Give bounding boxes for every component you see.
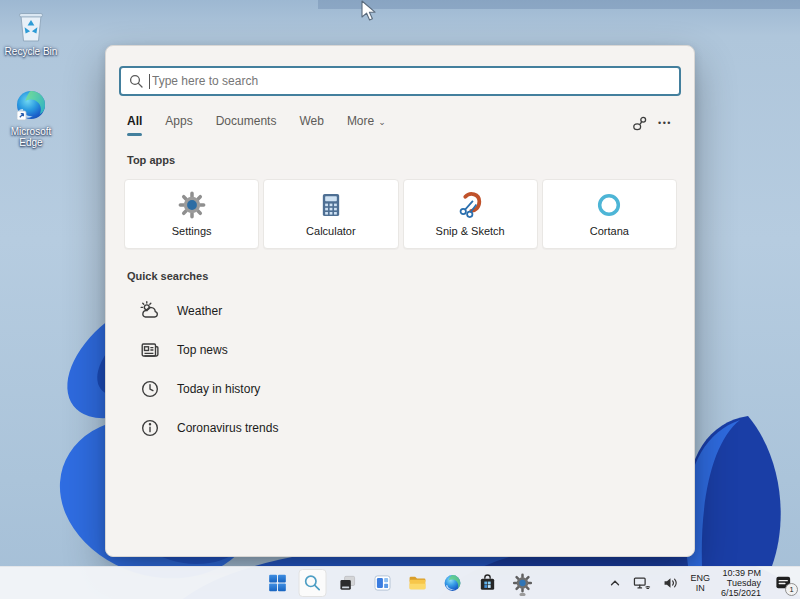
speaker-icon xyxy=(662,575,679,591)
file-explorer-button[interactable] xyxy=(404,569,432,597)
tab-documents[interactable]: Documents xyxy=(216,110,277,136)
quick-search-label: Top news xyxy=(177,343,228,357)
task-view-button[interactable] xyxy=(334,569,362,597)
taskbar: ENG IN 10:39 PM Tuesday 6/15/2021 1 xyxy=(0,566,800,599)
notification-badge: 1 xyxy=(785,583,798,596)
app-card-label: Settings xyxy=(172,225,212,237)
desktop-icon-recycle-bin[interactable]: Recycle Bin xyxy=(0,8,62,57)
desktop: Recycle Bin Microsoft Edge xyxy=(0,0,800,599)
edge-browser-icon xyxy=(443,573,463,593)
app-card-label: Calculator xyxy=(306,225,356,237)
cortana-icon xyxy=(595,191,623,219)
app-card-label: Cortana xyxy=(590,225,629,237)
tab-web[interactable]: Web xyxy=(299,110,323,136)
microsoft-store-icon xyxy=(478,573,498,593)
quick-search-label: Today in history xyxy=(177,382,260,396)
quick-search-weather[interactable]: Weather xyxy=(127,291,674,330)
top-apps-cards: Settings Calculator xyxy=(124,179,677,249)
news-icon xyxy=(139,339,161,361)
quick-search-top-news[interactable]: Top news xyxy=(127,330,674,369)
sign-in-options-button[interactable] xyxy=(626,112,652,134)
start-button[interactable] xyxy=(264,569,292,597)
network-icon xyxy=(633,575,651,591)
quick-searches-list: Weather Top news xyxy=(127,291,674,447)
taskbar-settings-button[interactable] xyxy=(509,569,537,597)
search-flyout-panel: All Apps Documents Web More⌄ ••• Top app… xyxy=(105,45,695,557)
volume-button[interactable] xyxy=(660,569,681,597)
widgets-button[interactable] xyxy=(369,569,397,597)
weather-icon xyxy=(139,300,161,322)
info-icon xyxy=(139,417,161,439)
notification-center-button[interactable]: 1 xyxy=(770,570,796,596)
tab-apps[interactable]: Apps xyxy=(165,110,192,136)
quick-searches-title: Quick searches xyxy=(127,270,208,282)
quick-search-today-in-history[interactable]: Today in history xyxy=(127,369,674,408)
top-apps-title: Top apps xyxy=(127,154,175,166)
search-input[interactable] xyxy=(152,74,671,88)
top-shade-band xyxy=(318,0,800,9)
calculator-icon xyxy=(317,191,345,219)
more-options-button[interactable]: ••• xyxy=(652,112,678,134)
edge-browser-button[interactable] xyxy=(439,569,467,597)
clock-date: 6/15/2021 xyxy=(721,588,761,598)
microsoft-store-button[interactable] xyxy=(474,569,502,597)
network-button[interactable] xyxy=(631,569,653,597)
taskbar-center-buttons xyxy=(264,567,537,599)
search-icon xyxy=(303,573,323,593)
gear-icon xyxy=(513,573,533,593)
search-icon xyxy=(129,74,143,88)
tab-all[interactable]: All xyxy=(127,110,142,136)
language-switcher[interactable]: ENG IN xyxy=(688,569,712,597)
sign-in-options-icon xyxy=(631,115,648,132)
quick-search-coronavirus-trends[interactable]: Coronavirus trends xyxy=(127,408,674,447)
clock-time: 10:39 PM xyxy=(721,568,761,578)
settings-gear-icon xyxy=(178,191,206,219)
app-card-label: Snip & Sketch xyxy=(436,225,505,237)
snip-sketch-icon xyxy=(456,191,484,219)
quick-search-label: Weather xyxy=(177,304,222,318)
quick-search-label: Coronavirus trends xyxy=(177,421,278,435)
app-card-cortana[interactable]: Cortana xyxy=(542,179,677,249)
search-filter-tabs: All Apps Documents Web More⌄ ••• xyxy=(127,110,678,136)
app-card-calculator[interactable]: Calculator xyxy=(263,179,398,249)
tray-overflow-button[interactable] xyxy=(606,569,624,597)
system-tray: ENG IN 10:39 PM Tuesday 6/15/2021 1 xyxy=(606,567,796,599)
chevron-up-icon xyxy=(608,576,622,590)
tab-more[interactable]: More⌄ xyxy=(347,110,386,136)
recycle-bin-icon xyxy=(14,8,48,44)
app-card-snip-sketch[interactable]: Snip & Sketch xyxy=(403,179,538,249)
history-clock-icon xyxy=(139,378,161,400)
search-box[interactable] xyxy=(119,66,681,96)
chevron-down-icon: ⌄ xyxy=(378,117,386,127)
taskbar-search-button[interactable] xyxy=(299,569,327,597)
app-card-settings[interactable]: Settings xyxy=(124,179,259,249)
clock-day: Tuesday xyxy=(721,578,761,588)
open-app-indicator xyxy=(520,593,526,596)
desktop-icon-microsoft-edge[interactable]: Microsoft Edge xyxy=(0,88,62,148)
ellipsis-icon: ••• xyxy=(658,118,672,128)
desktop-icon-label: Microsoft Edge xyxy=(0,126,62,148)
windows-start-icon xyxy=(268,573,288,593)
widgets-icon xyxy=(373,573,393,593)
task-view-icon xyxy=(338,573,358,593)
text-caret xyxy=(149,74,150,89)
clock[interactable]: 10:39 PM Tuesday 6/15/2021 xyxy=(719,569,763,597)
desktop-icon-label: Recycle Bin xyxy=(0,46,62,57)
folder-icon xyxy=(408,573,428,593)
edge-icon xyxy=(13,88,49,124)
